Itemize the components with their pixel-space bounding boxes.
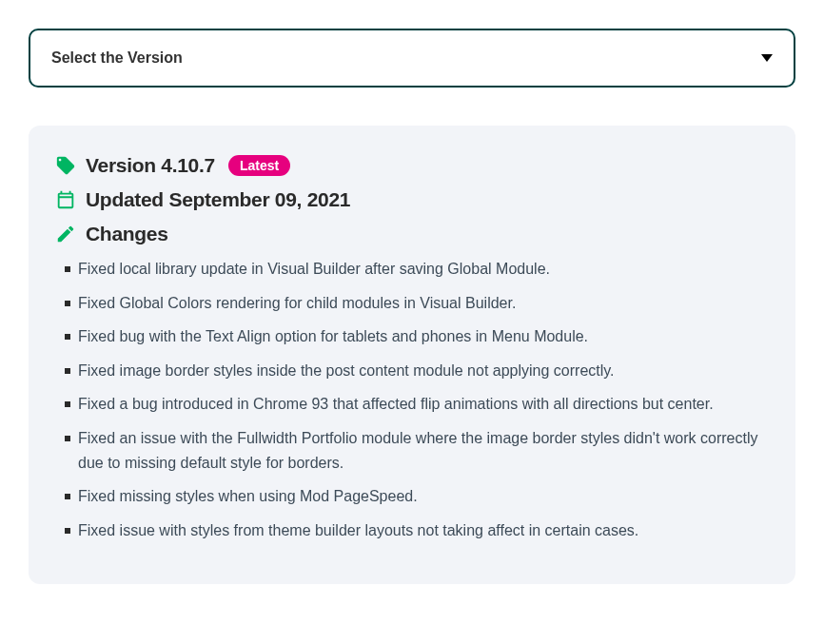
tag-icon (55, 155, 76, 176)
latest-badge: Latest (228, 155, 290, 176)
changes-list-item: Fixed Global Colors rendering for child … (55, 291, 769, 316)
version-select-label: Select the Version (51, 49, 183, 67)
version-select[interactable]: Select the Version (29, 29, 795, 88)
changes-list-item: Fixed local library update in Visual Bui… (55, 257, 769, 282)
changes-list-item: Fixed an issue with the Fullwidth Portfo… (55, 426, 769, 475)
changes-list: Fixed local library update in Visual Bui… (55, 257, 769, 542)
changes-list-item: Fixed image border styles inside the pos… (55, 359, 769, 383)
updated-title: Updated September 09, 2021 (86, 188, 350, 211)
changes-list-item: Fixed issue with styles from theme build… (55, 518, 769, 543)
changelog-card: Version 4.10.7 Latest Updated September … (29, 126, 795, 584)
changes-list-item: Fixed a bug introduced in Chrome 93 that… (55, 392, 769, 417)
changes-list-item: Fixed bug with the Text Align option for… (55, 324, 769, 349)
changes-list-item: Fixed missing styles when using Mod Page… (55, 484, 769, 509)
calendar-icon (55, 189, 76, 210)
version-title: Version 4.10.7 (86, 154, 215, 177)
chevron-down-icon (761, 54, 773, 62)
pencil-icon (55, 224, 76, 244)
changes-title: Changes (86, 223, 168, 245)
changes-heading: Changes (55, 223, 769, 245)
version-heading: Version 4.10.7 Latest (55, 154, 769, 177)
updated-heading: Updated September 09, 2021 (55, 188, 769, 211)
